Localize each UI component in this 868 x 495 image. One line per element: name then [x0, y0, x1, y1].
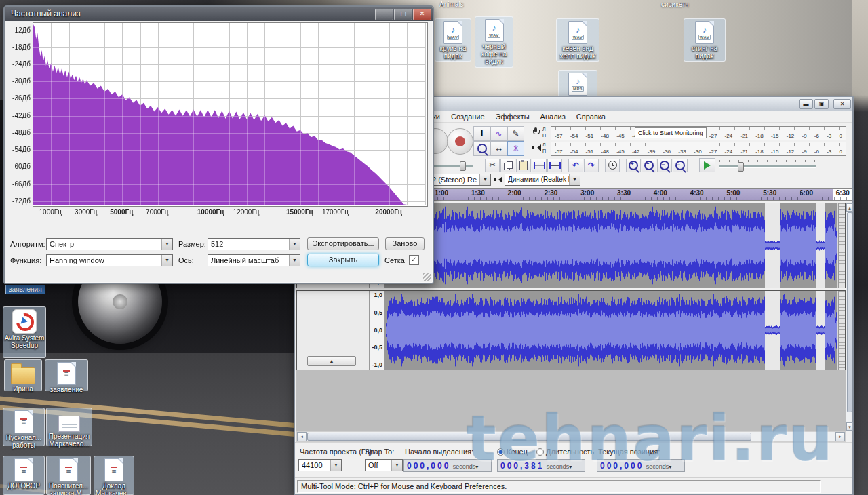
desktop-icon-audio-file[interactable]: ♪WAVстинг навидак: [684, 18, 726, 62]
desktop-icon-doc2[interactable]: ≣заявление: [45, 359, 88, 391]
file-icon: ♪WAV: [485, 19, 504, 42]
algorithm-dropdown[interactable]: Спектр ▼: [46, 238, 173, 250]
paste-button[interactable]: [516, 159, 531, 172]
spectrum-plot[interactable]: [33, 22, 428, 207]
freq-titlebar[interactable]: Частотный анализ — ▢ ✕: [5, 7, 433, 21]
desktop-icon-audio-file[interactable]: ♪WAVкевен эндхелл видык: [556, 18, 599, 62]
close-button[interactable]: ✕: [413, 9, 431, 20]
selected-icon-label[interactable]: заявления: [5, 285, 45, 294]
zoom-fit-button[interactable]: ↔: [673, 159, 688, 172]
selection-end-field[interactable]: 000,381 seconds▾: [497, 459, 585, 472]
meter-ticks: [555, 143, 842, 146]
horizontal-scroll-thumb[interactable]: [307, 433, 751, 441]
zoom-selection-button[interactable]: ▬: [657, 159, 672, 172]
meter-scale-value: -12: [787, 133, 795, 139]
input-channels-dropdown[interactable]: 2 (Stereo) Re ▼: [429, 174, 491, 186]
sync-clock-button[interactable]: [605, 159, 620, 172]
redo-button[interactable]: Заново: [385, 237, 425, 250]
close-button[interactable]: ✕: [833, 99, 851, 109]
maximize-button[interactable]: ▢: [394, 9, 412, 20]
undo-button[interactable]: ↶: [568, 159, 583, 172]
mixer-slider-thumb[interactable]: [460, 161, 466, 171]
scroll-up-arrow[interactable]: ▴: [846, 203, 853, 212]
magnifier-icon: [477, 144, 487, 153]
ruler-value: -1,0: [372, 361, 382, 368]
mixer-volume-slider[interactable]: [434, 165, 473, 167]
avira-logo-icon: [12, 309, 37, 334]
horizontal-scrollbar[interactable]: ◂ ▸: [296, 431, 846, 442]
snap-to-dropdown[interactable]: Off ▼: [365, 459, 403, 471]
music-note-icon: ♪: [703, 26, 707, 34]
minimize-button[interactable]: ▬: [799, 99, 813, 109]
meter-scale-value: -9: [802, 148, 807, 155]
timeline-ruler[interactable]: 1:001:302:002:303:003:304:004:305:005:30…: [370, 188, 852, 201]
size-dropdown[interactable]: 512 ▼: [208, 238, 300, 250]
selection-start-field[interactable]: 000,000 seconds▾: [403, 459, 492, 472]
desktop-icon-doc[interactable]: ≣Пусконал...работы: [3, 408, 45, 446]
axis-dropdown[interactable]: Линейный масштаб ▼: [208, 254, 300, 266]
minimize-button[interactable]: —: [375, 9, 393, 20]
record-button[interactable]: [447, 128, 473, 155]
zoom-tool-button[interactable]: [473, 141, 490, 156]
channel-label-left: Л: [542, 127, 546, 132]
silence-button[interactable]: [547, 159, 562, 172]
desktop-icon-doc[interactable]: ≣ДОГОВОР: [3, 456, 45, 495]
menu-item[interactable]: Анализ: [540, 113, 566, 121]
redo-button[interactable]: ↷: [584, 159, 599, 172]
zoom-in-button[interactable]: +: [626, 159, 641, 172]
scroll-left-arrow[interactable]: ◂: [297, 432, 307, 441]
multi-tool-button[interactable]: ✳: [507, 141, 524, 156]
scroll-right-arrow[interactable]: ▸: [835, 432, 845, 441]
vertical-scrollbar[interactable]: ▴ ▾: [846, 203, 852, 431]
speed-slider-thumb[interactable]: [738, 162, 744, 172]
output-device-dropdown[interactable]: Динамики (Realtek Hi ▼: [505, 174, 580, 186]
zoom-fit-icon: ↔: [675, 161, 685, 170]
desktop-icon-audio-file[interactable]: ♪MP3H&H: [558, 70, 597, 98]
timeline-label: 3:30: [617, 189, 631, 197]
scroll-down-arrow[interactable]: ▾: [846, 422, 853, 431]
waveform-area[interactable]: [385, 203, 845, 288]
play-at-speed-button[interactable]: [699, 158, 715, 172]
menu-item[interactable]: Эффекты: [496, 113, 530, 121]
document-icon: ≣: [14, 458, 33, 481]
desktop-icon-doc[interactable]: ≣ДокладМаркачев...: [94, 456, 134, 495]
draw-tool-button[interactable]: ✎: [507, 126, 524, 141]
y-axis-label: -48Дб: [6, 129, 31, 136]
track-collapse-button[interactable]: ▲: [307, 356, 356, 366]
current-position-field[interactable]: 000,000 seconds▾: [597, 459, 685, 472]
grid-checkbox[interactable]: ✓: [409, 255, 419, 265]
desktop-icon-audio-file[interactable]: ♪WAVкруиз навидак: [435, 18, 471, 62]
track-control-panel[interactable]: ▲: [297, 291, 370, 370]
menu-item[interactable]: Справка: [576, 113, 606, 121]
length-radio[interactable]: Длительность: [536, 448, 594, 456]
desktop-icon-audio-file[interactable]: ♪WAVчерныйкофе навидик: [475, 16, 513, 68]
resize-grip[interactable]: [423, 273, 431, 281]
desktop-icon-doc[interactable]: ≣Пояснител...записка M...: [46, 456, 91, 495]
end-radio[interactable]: Конец: [497, 448, 528, 456]
copy-button[interactable]: [500, 159, 515, 172]
cut-button[interactable]: ✂: [485, 159, 500, 172]
menu-item[interactable]: Создание: [451, 113, 485, 121]
selection-tool-button[interactable]: I: [473, 126, 490, 141]
export-button[interactable]: Экспортировать...: [307, 237, 379, 250]
music-note-icon: ♪: [576, 26, 580, 34]
timeshift-tool-button[interactable]: ↔: [490, 141, 507, 156]
maximize-button[interactable]: ▣: [814, 99, 829, 109]
desktop-icon-avira[interactable]: Avira SystemSpeedup: [3, 306, 46, 358]
icon-label: круиз навидак: [440, 45, 467, 60]
project-rate-dropdown[interactable]: 44100 ▼: [298, 459, 342, 471]
close-dialog-button[interactable]: Закрыть: [307, 254, 379, 266]
chevron-down-icon: ▼: [479, 174, 490, 185]
desktop-icon-sheet[interactable]: ПрезентацияМаркачево...: [46, 408, 92, 446]
function-dropdown[interactable]: Hanning window ▼: [46, 254, 173, 266]
desktop-icon-folder[interactable]: Ирина: [4, 359, 42, 391]
envelope-tool-button[interactable]: ∿: [490, 126, 507, 141]
window-title: Частотный анализ: [11, 9, 80, 18]
playback-meter[interactable]: -57-54-51-48-45-42-39-36-33-30-27-24-21-…: [551, 142, 846, 156]
playback-speed-slider[interactable]: [719, 165, 816, 168]
vertical-scroll-thumb[interactable]: [847, 212, 852, 412]
waveform-area[interactable]: [385, 291, 845, 370]
zoom-out-button[interactable]: −: [642, 159, 656, 172]
meter-scale-value: -57: [555, 148, 563, 155]
trim-button[interactable]: [532, 159, 547, 172]
